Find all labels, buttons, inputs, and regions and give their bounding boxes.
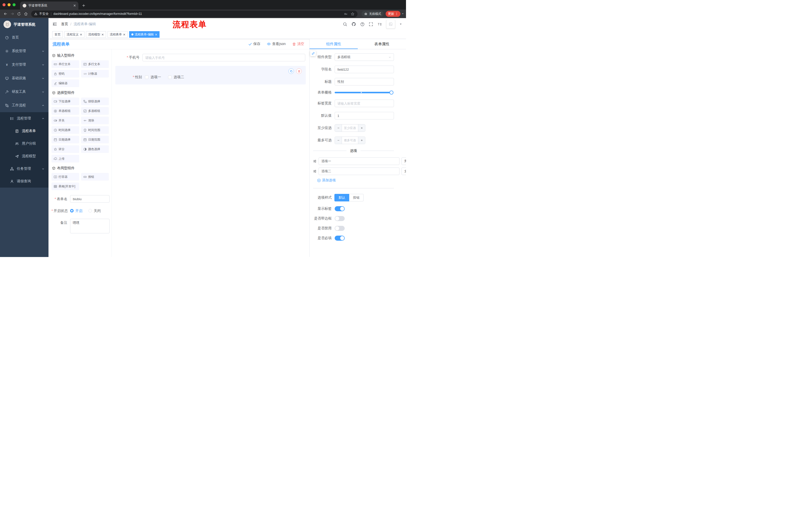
- palette-item-row-container[interactable]: 行容器: [52, 173, 79, 181]
- form-grid-slider[interactable]: [335, 92, 392, 93]
- user-avatar[interactable]: [386, 20, 395, 29]
- required-switch[interactable]: [335, 236, 345, 241]
- sidebar-item-task-management[interactable]: 任务管理: [0, 162, 49, 175]
- save-button[interactable]: 保存: [248, 42, 260, 46]
- increase-button[interactable]: [358, 137, 365, 144]
- palette-item-upload[interactable]: 上传: [52, 155, 79, 162]
- style-button-button[interactable]: 按钮: [349, 194, 364, 201]
- avatar-caret-down-icon[interactable]: [400, 23, 402, 25]
- palette-item-rate[interactable]: 评分: [52, 145, 79, 153]
- sidebar-item-workflow[interactable]: 工作流程: [0, 99, 49, 112]
- home-icon[interactable]: [22, 10, 29, 17]
- tab-component-props[interactable]: 组件属性: [310, 39, 358, 49]
- phone-input[interactable]: [142, 54, 305, 61]
- label-width-input[interactable]: [335, 100, 394, 107]
- palette-item-password[interactable]: 密码: [52, 70, 79, 77]
- search-icon[interactable]: [343, 22, 347, 26]
- default-value-input[interactable]: [335, 112, 394, 119]
- browser-menu-dots-icon[interactable]: [395, 12, 398, 15]
- field-gender-selected[interactable]: 性别 选项一 选项二: [115, 66, 306, 84]
- github-icon[interactable]: [351, 22, 356, 26]
- sidebar-item-process-model[interactable]: 流程模型: [0, 150, 49, 162]
- option-1-value-input[interactable]: [402, 157, 406, 165]
- form-remark-textarea[interactable]: 嘿嘿: [70, 219, 110, 233]
- chrome-caret-down-icon[interactable]: [402, 12, 404, 15]
- max-select-input[interactable]: [342, 137, 358, 144]
- font-size-icon[interactable]: T: [377, 22, 382, 26]
- tag-process-form[interactable]: 流程表单: [108, 31, 127, 38]
- sidebar-item-user-group[interactable]: 用户分组: [0, 137, 49, 150]
- view-json-button[interactable]: 查看json: [267, 42, 286, 46]
- breadcrumb-home[interactable]: 首页: [61, 22, 68, 26]
- palette-item-counter[interactable]: 123 计数器: [81, 70, 109, 77]
- palette-item-editor[interactable]: 编辑器: [52, 79, 79, 87]
- tab-close-icon[interactable]: [74, 4, 76, 7]
- drag-handle-icon[interactable]: [313, 169, 317, 173]
- tag-close-icon[interactable]: [155, 33, 157, 36]
- tag-close-icon[interactable]: [80, 33, 82, 36]
- field-name-input[interactable]: [335, 65, 394, 73]
- tab-form-props[interactable]: 表单属性: [358, 39, 406, 49]
- option-1-name-input[interactable]: [319, 157, 400, 165]
- sidebar-item-devtools[interactable]: 研发工具: [0, 85, 49, 99]
- copy-field-button[interactable]: [288, 69, 294, 74]
- close-window-button[interactable]: [2, 3, 5, 6]
- address-bar[interactable]: 不安全 dashboard.yudao.iocoder.cn/bpm/manag…: [31, 10, 357, 17]
- forward-icon[interactable]: [9, 10, 16, 17]
- reload-icon[interactable]: [16, 10, 22, 17]
- gender-option-1-checkbox[interactable]: 选项一: [145, 75, 161, 79]
- palette-item-color-picker[interactable]: 颜色选择: [81, 145, 109, 153]
- min-select-input[interactable]: [342, 125, 358, 132]
- sidebar-item-process-management[interactable]: 流程管理: [0, 112, 49, 125]
- sidebar-item-payment[interactable]: ¥ 支付管理: [0, 58, 49, 72]
- status-off-radio[interactable]: 关闭: [88, 207, 101, 215]
- tag-close-icon[interactable]: [102, 33, 104, 36]
- clear-button[interactable]: 清空: [292, 42, 304, 46]
- delete-field-button[interactable]: [296, 69, 302, 74]
- sidebar-item-process-form[interactable]: 流程表单: [0, 125, 49, 137]
- password-key-icon[interactable]: [344, 12, 348, 16]
- new-tab-button[interactable]: [80, 2, 87, 9]
- slider-handle[interactable]: [389, 90, 394, 94]
- tag-process-definition[interactable]: 流程定义: [64, 31, 84, 38]
- field-phone[interactable]: 手机号: [115, 53, 306, 62]
- palette-item-single-text[interactable]: 单行文本: [52, 60, 79, 68]
- tag-close-icon[interactable]: [123, 33, 125, 36]
- decrease-button[interactable]: [335, 137, 342, 144]
- option-2-name-input[interactable]: [319, 167, 400, 175]
- show-label-switch[interactable]: [335, 206, 345, 211]
- zoom-window-button[interactable]: [12, 3, 16, 6]
- increase-button[interactable]: [358, 125, 365, 132]
- palette-item-button[interactable]: 按钮: [81, 173, 109, 181]
- palette-item-date-picker[interactable]: 日期选择: [52, 136, 79, 143]
- security-warning-icon[interactable]: [34, 12, 37, 16]
- palette-item-cascader[interactable]: 级联选择: [81, 98, 109, 105]
- status-on-radio[interactable]: 开启: [70, 207, 82, 215]
- drag-handle-icon[interactable]: [313, 159, 317, 163]
- palette-item-date-range[interactable]: 日期范围: [81, 136, 109, 143]
- gender-option-2-checkbox[interactable]: 选项二: [168, 75, 184, 79]
- minimize-window-button[interactable]: [7, 3, 10, 6]
- palette-item-checkbox-group[interactable]: 多选框组: [81, 107, 109, 115]
- title-input[interactable]: [335, 78, 394, 85]
- palette-item-time-picker[interactable]: 时间选择: [52, 126, 79, 134]
- tag-home[interactable]: 首页: [52, 31, 63, 38]
- sidebar-item-leave-query[interactable]: 请假查询: [0, 175, 49, 188]
- palette-item-table[interactable]: 表格[开发中]: [52, 183, 79, 190]
- palette-item-switch[interactable]: 开关: [52, 117, 79, 124]
- help-icon[interactable]: [360, 22, 365, 26]
- palette-item-slider[interactable]: 滑块: [81, 117, 109, 124]
- sidebar-item-system[interactable]: 系统管理: [0, 44, 49, 58]
- tag-process-model[interactable]: 流程模型: [86, 31, 106, 38]
- bookmark-star-icon[interactable]: [351, 12, 354, 16]
- decrease-button[interactable]: [335, 125, 342, 132]
- option-2-value-input[interactable]: [402, 167, 406, 175]
- sidebar-collapse-icon[interactable]: [53, 22, 57, 26]
- back-icon[interactable]: [2, 10, 9, 17]
- palette-item-multi-text[interactable]: 多行文本: [81, 60, 109, 68]
- tag-process-form-edit[interactable]: 流程表单-编辑: [129, 31, 160, 38]
- palette-item-select[interactable]: 下拉选择: [52, 98, 79, 105]
- border-switch[interactable]: [335, 216, 345, 221]
- sidebar-item-infrastructure[interactable]: 基础设施: [0, 72, 49, 85]
- form-name-input[interactable]: [70, 195, 110, 203]
